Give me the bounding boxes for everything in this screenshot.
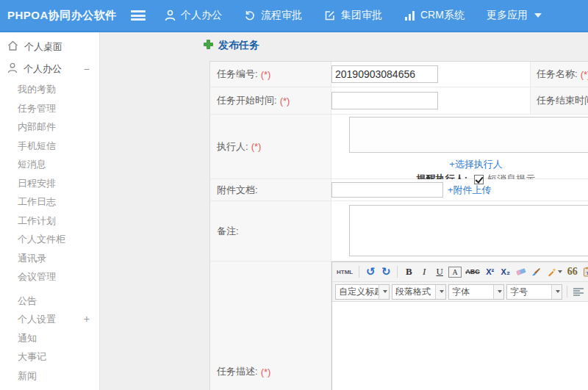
- redo-button[interactable]: ↻: [379, 264, 392, 279]
- paste-clipboard-icon[interactable]: T: [581, 264, 588, 279]
- sidebar-item-meeting-management[interactable]: 会议管理: [0, 267, 99, 286]
- caret-down-icon: [534, 13, 542, 18]
- sidebar-item-personal-desktop[interactable]: 个人桌面: [0, 36, 99, 58]
- sidebar-item-announcement[interactable]: 公告: [0, 292, 99, 311]
- bold-button[interactable]: B: [402, 264, 415, 279]
- strikethrough-button[interactable]: ABC: [464, 264, 481, 279]
- executor-field-cell: +选择执行人 提醒执行人: 短消息提示: [331, 115, 588, 178]
- nav-crm-system[interactable]: CRM系统: [404, 9, 465, 22]
- edit-square-icon: [324, 10, 336, 21]
- form-row-description: 任务描述: (*) HTML ↺ ↻ B I U A ABC X² X₂: [210, 261, 588, 390]
- sms-remind-checkbox[interactable]: [474, 175, 484, 184]
- sidebar-item-memorabilia[interactable]: 大事记: [0, 347, 99, 366]
- task-no-input[interactable]: [331, 65, 438, 83]
- sidebar-item-label: 个人文件柜: [18, 230, 65, 249]
- sidebar-item-schedule[interactable]: 日程安排: [0, 174, 99, 193]
- eraser-icon[interactable]: [514, 264, 528, 279]
- form-row-executor: 执行人: (*) +选择执行人 提醒执行人: 短消息提示: [210, 115, 588, 179]
- sidebar-item-personal-settings[interactable]: 个人设置+: [0, 310, 99, 329]
- sidebar-item-personal-office[interactable]: 个人办公 −: [0, 58, 99, 80]
- paragraph-format-dropdown[interactable]: 段落格式: [392, 284, 446, 300]
- sidebar-item-notice[interactable]: 通知: [0, 329, 99, 348]
- task-form-panel: 任务编号: (*) 任务名称: (*) 任务开始时间: (*) 任务结束时间: …: [209, 61, 588, 390]
- nav-label: 流程审批: [261, 9, 302, 22]
- nav-personal-office[interactable]: 个人办公: [165, 9, 222, 22]
- sidebar-item-internal-mail[interactable]: 内部邮件: [0, 118, 99, 137]
- required-mark: (*): [251, 141, 262, 152]
- form-row-start-time: 任务开始时间: (*) 任务结束时间: (*): [210, 87, 588, 115]
- expand-plus-icon[interactable]: +: [84, 310, 99, 329]
- sidebar-item-label: 短消息: [18, 155, 46, 174]
- label-text: 任务开始时间:: [217, 94, 277, 107]
- sidebar-item-my-attendance[interactable]: 我的考勤: [0, 80, 99, 99]
- sidebar-item-work-plan[interactable]: 工作计划: [0, 212, 99, 231]
- align-left-icon[interactable]: [572, 284, 585, 299]
- nav-group-approval[interactable]: 集团审批: [324, 9, 382, 22]
- label-text: 任务名称:: [537, 68, 578, 81]
- italic-button[interactable]: I: [417, 264, 431, 279]
- sidebar-item-news[interactable]: 新闻: [0, 366, 99, 386]
- add-plus-icon: [203, 39, 214, 52]
- attachment-upload-link[interactable]: +附件上传: [448, 184, 492, 197]
- sidebar-item-contacts[interactable]: 通讯录: [0, 249, 99, 268]
- description-label: 任务描述: (*): [210, 261, 331, 390]
- remark-label: 备注:: [210, 201, 331, 261]
- nav-more-apps[interactable]: 更多应用: [487, 9, 542, 22]
- nav-label: CRM系统: [420, 9, 465, 22]
- choose-executor-link[interactable]: +选择执行人: [449, 158, 503, 171]
- home-icon: [7, 40, 18, 54]
- sidebar-item-label: 工作计划: [18, 212, 56, 231]
- font-style-button[interactable]: A: [448, 267, 462, 278]
- required-mark: (*): [261, 69, 271, 80]
- executor-textarea[interactable]: [349, 117, 588, 153]
- attachment-label: 附件文档:: [210, 179, 331, 201]
- font-size-dropdown[interactable]: 字号: [506, 284, 562, 300]
- dropdown-value: 段落格式: [392, 286, 435, 298]
- undo-button[interactable]: ↺: [364, 264, 377, 279]
- sidebar-item-mobile-sms[interactable]: 手机短信: [0, 137, 99, 156]
- custom-title-dropdown[interactable]: 自定义标题: [335, 284, 390, 300]
- required-mark: (*): [581, 69, 588, 80]
- sidebar-item-label: 会议管理: [18, 267, 56, 286]
- underline-button[interactable]: U: [433, 264, 446, 279]
- sidebar-item-label: 大事记: [18, 347, 46, 366]
- sidebar-item-label: 公告: [18, 292, 37, 311]
- sidebar-item-short-message[interactable]: 短消息: [0, 155, 99, 174]
- executor-label: 执行人: (*): [210, 115, 331, 178]
- user-icon: [7, 62, 18, 76]
- sidebar-item-task-management[interactable]: 任务管理: [0, 99, 99, 118]
- nav-process-approval[interactable]: 流程审批: [244, 9, 302, 22]
- toolbar-separator: [397, 266, 398, 278]
- form-row-attachment: 附件文档: +附件上传: [210, 179, 588, 201]
- collapse-minus-icon[interactable]: −: [84, 63, 99, 75]
- caret-down-icon: [558, 270, 562, 273]
- remark-textarea[interactable]: [349, 205, 588, 256]
- font-family-dropdown[interactable]: 字体: [448, 284, 504, 300]
- html-source-button[interactable]: HTML: [335, 264, 354, 279]
- editor-toolbar-row2: 自定义标题 段落格式 字体 字号: [332, 282, 588, 302]
- sidebar-item-work-log[interactable]: 工作日志: [0, 192, 99, 212]
- attachment-input[interactable]: [331, 182, 443, 198]
- required-mark: (*): [261, 366, 271, 378]
- sidebar-item-label: 通讯录: [18, 249, 46, 268]
- superscript-button[interactable]: X²: [484, 264, 497, 279]
- editor-toolbar-row1: HTML ↺ ↻ B I U A ABC X² X₂: [332, 262, 588, 282]
- start-time-input[interactable]: [331, 92, 438, 109]
- blockquote-button[interactable]: 66: [566, 264, 579, 279]
- process-icon: [244, 10, 256, 21]
- sidebar: 个人桌面 个人办公 − 我的考勤 任务管理 内部邮件 手机短信 短消息 日程安排…: [0, 32, 100, 390]
- label-text: 任务描述:: [217, 365, 258, 378]
- caret-down-icon: [551, 285, 562, 299]
- label-text: 执行人:: [217, 140, 248, 154]
- sidebar-item-file-cabinet[interactable]: 个人文件柜: [0, 230, 99, 249]
- sidebar-item-label: 个人桌面: [24, 40, 62, 54]
- form-row-task-no: 任务编号: (*) 任务名称: (*): [210, 62, 588, 87]
- sidebar-item-label: 个人设置: [18, 310, 56, 329]
- editor-content-area[interactable]: [332, 302, 588, 390]
- menu-toggle-icon[interactable]: [131, 10, 146, 21]
- label-text: 任务编号:: [217, 68, 258, 81]
- subscript-button[interactable]: X₂: [499, 264, 512, 279]
- highlight-wand-icon[interactable]: [545, 264, 564, 279]
- format-brush-icon[interactable]: [530, 264, 543, 279]
- task-no-field-cell: [331, 62, 530, 87]
